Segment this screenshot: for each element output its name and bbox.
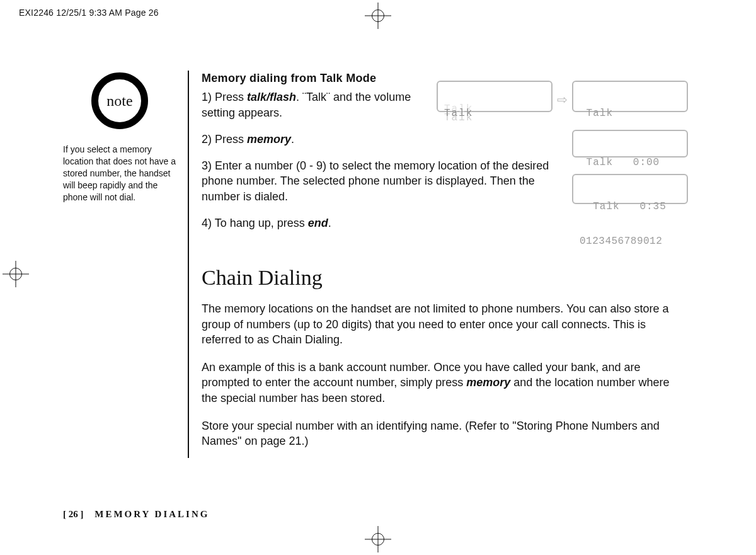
manual-page: EXI2246 12/25/1 9:33 AM Page 26 note If … — [0, 0, 756, 555]
lcd-time: Talk 0:00 — [572, 130, 688, 157]
page-footer: [ 26 ] MEMORY DIALING — [63, 509, 209, 520]
chain-paragraph-1: The memory locations on the handset are … — [202, 301, 680, 347]
page-number: [ 26 ] — [63, 509, 84, 519]
lcd-number: Talk 0:35 0123456789012 — [572, 174, 688, 204]
step-4-text-a: 4) To hang up, press — [202, 217, 308, 229]
lcd-talk-ghost-1: Talk — [444, 108, 473, 119]
vertical-rule — [188, 71, 189, 458]
note-paragraph: If you select a memory location that doe… — [63, 144, 176, 203]
lcd-talk-animated: Talk Talk Talk — [437, 81, 553, 112]
step-3: 3) Enter a number (0 - 9) to select the … — [202, 158, 561, 204]
lcd-time-line1: Talk 0:00 — [580, 157, 682, 168]
end-keyword: end — [308, 217, 328, 229]
step-1: 1) Press talk/flash. ¨Talk¨ and the volu… — [202, 89, 428, 120]
note-badge-label: note — [106, 93, 132, 110]
lcd-volume-line1: Talk — [580, 108, 682, 119]
chain-paragraph-3: Store your special number with an identi… — [202, 418, 680, 449]
step-2-text-a: 2) Press — [202, 133, 247, 146]
registration-mark-bottom — [365, 526, 391, 552]
note-badge: note — [91, 72, 148, 129]
registration-mark-top — [365, 3, 391, 29]
step-4-text-b: . — [328, 217, 331, 229]
lcd-volume: Talk Volume High — [572, 81, 688, 112]
crop-header: EXI2246 12/25/1 9:33 AM Page 26 — [19, 8, 159, 18]
memory-keyword-2: memory — [466, 376, 510, 389]
arrow-right-icon: ⇨ — [557, 92, 568, 107]
footer-title: MEMORY DIALING — [94, 509, 209, 519]
step-2-text-b: . — [291, 133, 294, 146]
memory-keyword: memory — [247, 133, 291, 146]
chain-paragraph-2: An example of this is a bank account num… — [202, 360, 680, 406]
registration-mark-left — [3, 261, 29, 287]
lcd-number-line1: Talk 0:35 — [580, 201, 682, 212]
talk-flash-keyword: talk/flash — [247, 91, 296, 103]
step-1-text-a: 1) Press — [202, 91, 247, 103]
lcd-number-line2: 0123456789012 — [580, 236, 682, 247]
step-4: 4) To hang up, press end. — [202, 215, 561, 231]
chain-dialing-body: The memory locations on the handset are … — [202, 301, 687, 449]
